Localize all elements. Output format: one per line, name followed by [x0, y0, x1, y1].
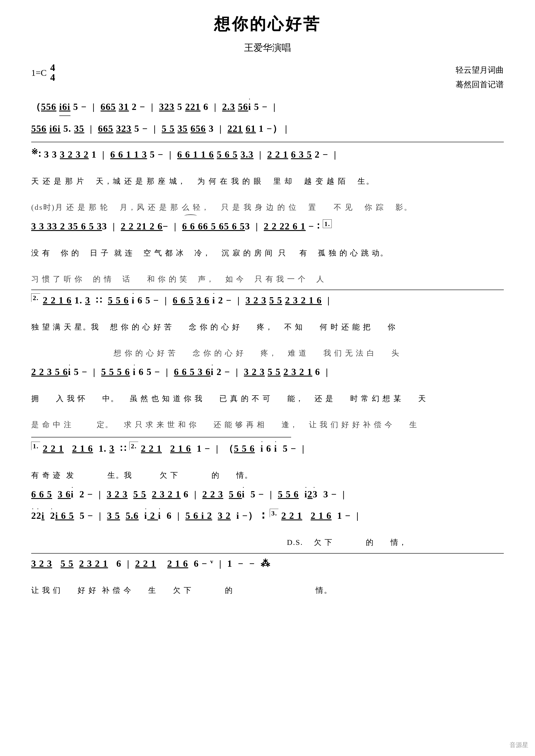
watermark: 音源星 — [510, 741, 528, 749]
subtitle: 王爱华演唱 — [31, 42, 504, 54]
ending-row-3: ·2·2i ·2i 6 5 5 − | 3 5 5.6 ·i 2 ·i 6 | … — [31, 507, 504, 548]
ending-row-2: 6 6 5 3 6·i 2 − | 3 2 3 5 5 2 3 2 1 6 | … — [31, 486, 504, 503]
verse2-row: 3 3 33 2 35 6 5 33 | 2 2 21 2 6− | 6 6 6… — [31, 218, 504, 285]
verse1-lyric-1: 天 还 是 那 片 天，城 还 是 那 座 城， 为 何 在 我 的 眼 里 却… — [31, 163, 504, 187]
verse1-row: ※∶ 3 3 3 2 3 2 1 | 6 6 1 1 3 5 − | 6 6 1… — [31, 145, 504, 213]
final-lyric: 让 我 们 好 好 补 偿 今 生 欠 下 的 情。 — [31, 572, 504, 596]
intro-row-1: （556 i6i 5 − | 665 31 2 − | 323 5 221 6 … — [31, 98, 504, 116]
ending-row-1: 1. 2 2 1 2 1 6 1. 3 ∷ 2. 2 2 1 2 1 6 1 −… — [31, 440, 504, 481]
verse2-notation: 3 3 33 2 35 6 5 33 | 2 2 21 2 6− | 6 6 6… — [31, 218, 504, 235]
ending-lyric-1: 有 奇 迹 发 生。我 欠 下 的 情。 — [31, 457, 504, 482]
chorus-row-2: 2 2 3 5 6·i 5 − | 5 5 5 6 ·i 6 5 − | 6 6… — [31, 364, 504, 431]
time-denominator: 4 — [50, 73, 55, 82]
ending-notation-2: 6 6 5 3 6·i 2 − | 3 2 3 5 5 2 3 2 1 6 | … — [31, 486, 504, 503]
chorus-row-1: 2. 2 2 1 6 1. 3 ∷ 5 5 6 ·i 6 5 − | 6 6 5… — [31, 292, 504, 359]
final-row: 3 2 3 5 5 2 3 2 1 6 | 2 2 1 2 1 6 6 − v … — [31, 555, 504, 596]
chorus-lyric-2: 想 你 的 心 好 苦 念 你 的 心 好 疼， 难 道 我 们 无 法 白 头 — [31, 335, 504, 359]
verse1-lyric-2: (ds时)月 还 是 那 轮 月，风 还 是 那 么 轻， 只 是 我 身 边 … — [31, 189, 504, 213]
verse2-lyric-1: 没 有 你 的 日 子 就 连 空 气 都 冰 冷， 沉 寂 的 房 间 只 有… — [31, 235, 504, 259]
chorus-notation-2: 2 2 3 5 6·i 5 − | 5 5 5 6 ·i 6 5 − | 6 6… — [31, 364, 504, 380]
ending-notation-1: 1. 2 2 1 2 1 6 1. 3 ∷ 2. 2 2 1 2 1 6 1 −… — [31, 440, 504, 457]
intro-notation-1: （556 i6i 5 − | 665 31 2 − | 323 5 221 6 … — [31, 98, 504, 116]
chorus2-lyric-1: 拥 入 我 怀 中。 虽 然 也 知 道 你 我 已 真 的 不 可 能， 还 … — [31, 380, 504, 405]
final-notation: 3 2 3 5 5 2 3 2 1 6 | 2 2 1 2 1 6 6 − v … — [31, 555, 504, 572]
chorus2-lyric-2: 是 命 中 注 定。 求 只 求 来 世 和 你 还 能 够 再 相 逢， 让 … — [31, 406, 504, 431]
time-signature: 4 4 — [50, 63, 55, 82]
key-text: 1=C — [31, 68, 46, 78]
key-signature: 1=C 4 4 — [31, 63, 55, 82]
section-divider-1 — [31, 142, 504, 142]
chorus-lyric-1: 独 望 满 天 星。我 想 你 的 心 好 苦 念 你 的 心 好 疼， 不 知… — [31, 309, 504, 333]
section-divider-3 — [31, 437, 291, 437]
composer-info: 轻云望月词曲 蓦然回首记谱 — [456, 63, 504, 92]
verse1-notation-1: ※∶ 3 3 3 2 3 2 1 | 6 6 1 1 3 5 − | 6 6 1… — [31, 145, 504, 163]
page: 想你的心好苦 王爱华演唱 1=C 4 4 轻云望月词曲 蓦然回首记谱 （556 … — [22, 14, 513, 596]
section-divider-4 — [31, 553, 504, 553]
verse2-lyric-2: 习 惯 了 听 你 的 情 话 和 你 的 笑 声， 如 今 只 有 我 一 个… — [31, 261, 504, 285]
section-divider-2 — [31, 290, 504, 290]
ending-notation-3: ·2·2i ·2i 6 5 5 − | 3 5 5.6 ·i 2 ·i 6 | … — [31, 507, 504, 524]
meta-row: 1=C 4 4 轻云望月词曲 蓦然回首记谱 — [31, 63, 504, 92]
page-title: 想你的心好苦 — [31, 14, 504, 35]
time-numerator: 4 — [50, 63, 55, 73]
intro-notation-2: 556 i6i 5. 35 | 665 323 5 − | 5 5 35 656… — [31, 120, 504, 137]
ending3-lyric: D.S. 欠 下 的 情， — [31, 524, 504, 549]
intro-row-2: 556 i6i 5. 35 | 665 323 5 − | 5 5 35 656… — [31, 120, 504, 137]
composer-line1: 轻云望月词曲 — [456, 63, 504, 77]
composer-line2: 蓦然回首记谱 — [456, 77, 504, 92]
content-area: 想你的心好苦 王爱华演唱 1=C 4 4 轻云望月词曲 蓦然回首记谱 （556 … — [22, 14, 513, 596]
chorus-notation-1: 2. 2 2 1 6 1. 3 ∷ 5 5 6 ·i 6 5 − | 6 6 5… — [31, 292, 504, 309]
